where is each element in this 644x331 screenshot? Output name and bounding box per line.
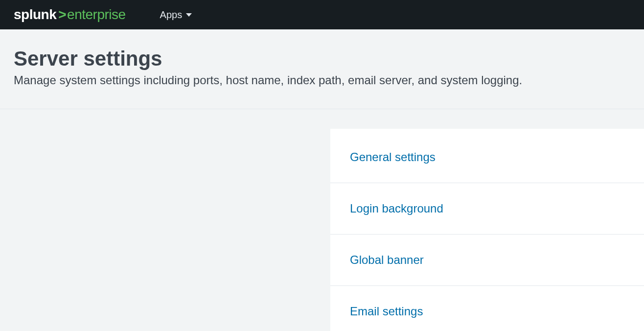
settings-link-label: Login background — [350, 202, 443, 215]
brand-logo[interactable]: splunk > enterprise — [14, 7, 126, 23]
page-header: Server settings Manage system settings i… — [0, 29, 644, 109]
settings-link-email-settings[interactable]: Email settings — [330, 286, 644, 331]
settings-links-panel: General settings Login background Global… — [330, 129, 644, 331]
page-title: Server settings — [14, 47, 630, 71]
settings-link-global-banner[interactable]: Global banner — [330, 235, 644, 286]
caret-down-icon — [186, 13, 192, 17]
content-area: General settings Login background Global… — [0, 109, 644, 331]
apps-menu-button[interactable]: Apps — [160, 9, 192, 21]
settings-link-login-background[interactable]: Login background — [330, 183, 644, 235]
settings-link-label: Global banner — [350, 253, 424, 266]
page-subtitle: Manage system settings including ports, … — [14, 73, 630, 87]
settings-link-label: Email settings — [350, 305, 423, 318]
brand-chevron-icon: > — [58, 7, 66, 23]
settings-link-label: General settings — [350, 150, 436, 164]
brand-primary: splunk — [14, 7, 56, 23]
settings-link-general[interactable]: General settings — [330, 129, 644, 183]
top-navigation-bar: splunk > enterprise Apps — [0, 0, 644, 29]
apps-menu-label: Apps — [160, 9, 183, 21]
brand-secondary: enterprise — [67, 7, 126, 23]
